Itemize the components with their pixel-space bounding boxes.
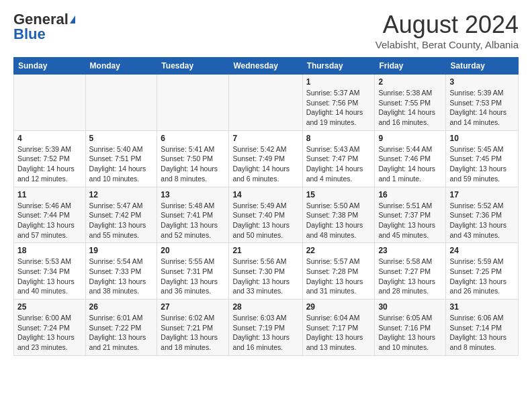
calendar-cell: 27Sunrise: 6:02 AM Sunset: 7:21 PM Dayli… bbox=[157, 300, 229, 356]
day-number: 10 bbox=[449, 134, 515, 143]
day-number: 14 bbox=[232, 190, 298, 199]
calendar-cell: 25Sunrise: 6:00 AM Sunset: 7:24 PM Dayli… bbox=[14, 300, 86, 356]
calendar-cell bbox=[14, 75, 86, 131]
calendar-cell: 3Sunrise: 5:39 AM Sunset: 7:53 PM Daylig… bbox=[446, 75, 519, 131]
calendar-cell: 19Sunrise: 5:54 AM Sunset: 7:33 PM Dayli… bbox=[85, 243, 157, 300]
calendar-cell: 21Sunrise: 5:56 AM Sunset: 7:30 PM Dayli… bbox=[229, 243, 302, 300]
day-info: Sunrise: 6:01 AM Sunset: 7:22 PM Dayligh… bbox=[89, 313, 154, 353]
day-number: 15 bbox=[306, 190, 371, 199]
day-number: 24 bbox=[449, 246, 515, 255]
day-number: 6 bbox=[161, 134, 225, 143]
calendar-cell: 12Sunrise: 5:47 AM Sunset: 7:42 PM Dayli… bbox=[85, 187, 157, 243]
day-number: 4 bbox=[17, 134, 82, 143]
day-info: Sunrise: 5:44 AM Sunset: 7:46 PM Dayligh… bbox=[378, 144, 442, 184]
day-number: 3 bbox=[449, 77, 515, 87]
day-info: Sunrise: 5:42 AM Sunset: 7:49 PM Dayligh… bbox=[232, 144, 298, 184]
logo: General Blue bbox=[13, 11, 75, 43]
day-number: 11 bbox=[17, 190, 82, 199]
calendar-cell: 23Sunrise: 5:58 AM Sunset: 7:27 PM Dayli… bbox=[375, 243, 446, 300]
day-number: 23 bbox=[378, 246, 442, 255]
calendar-cell bbox=[85, 75, 157, 131]
weekday-header-tuesday: Tuesday bbox=[157, 58, 229, 75]
day-number: 8 bbox=[306, 134, 371, 143]
logo-blue: Blue bbox=[13, 26, 46, 43]
day-info: Sunrise: 5:58 AM Sunset: 7:27 PM Dayligh… bbox=[378, 257, 442, 296]
calendar-cell: 30Sunrise: 6:05 AM Sunset: 7:16 PM Dayli… bbox=[375, 300, 446, 356]
day-info: Sunrise: 6:00 AM Sunset: 7:24 PM Dayligh… bbox=[17, 313, 82, 353]
page-header: General Blue August 2024 Velabisht, Bera… bbox=[13, 11, 519, 50]
day-number: 18 bbox=[17, 246, 82, 255]
day-info: Sunrise: 6:04 AM Sunset: 7:17 PM Dayligh… bbox=[306, 313, 371, 353]
day-info: Sunrise: 5:59 AM Sunset: 7:25 PM Dayligh… bbox=[449, 257, 515, 296]
calendar-cell: 6Sunrise: 5:41 AM Sunset: 7:50 PM Daylig… bbox=[157, 130, 229, 187]
day-number: 25 bbox=[17, 302, 82, 312]
calendar-cell bbox=[157, 75, 229, 131]
day-info: Sunrise: 5:40 AM Sunset: 7:51 PM Dayligh… bbox=[89, 144, 154, 184]
calendar-cell: 7Sunrise: 5:42 AM Sunset: 7:49 PM Daylig… bbox=[229, 130, 302, 187]
day-info: Sunrise: 5:51 AM Sunset: 7:37 PM Dayligh… bbox=[378, 201, 442, 240]
day-number: 12 bbox=[89, 190, 154, 199]
day-info: Sunrise: 6:03 AM Sunset: 7:19 PM Dayligh… bbox=[232, 313, 298, 353]
calendar-cell bbox=[229, 75, 302, 131]
calendar-cell: 31Sunrise: 6:06 AM Sunset: 7:14 PM Dayli… bbox=[446, 300, 519, 356]
day-info: Sunrise: 5:46 AM Sunset: 7:44 PM Dayligh… bbox=[17, 201, 82, 240]
location-subtitle: Velabisht, Berat County, Albania bbox=[375, 39, 519, 50]
calendar-table: SundayMondayTuesdayWednesdayThursdayFrid… bbox=[13, 57, 519, 356]
day-info: Sunrise: 5:53 AM Sunset: 7:34 PM Dayligh… bbox=[17, 257, 82, 296]
day-number: 20 bbox=[161, 246, 225, 255]
calendar-cell: 8Sunrise: 5:43 AM Sunset: 7:47 PM Daylig… bbox=[302, 130, 375, 187]
weekday-header-friday: Friday bbox=[375, 58, 446, 75]
day-number: 22 bbox=[306, 246, 371, 255]
calendar-cell: 14Sunrise: 5:49 AM Sunset: 7:40 PM Dayli… bbox=[229, 187, 302, 243]
day-info: Sunrise: 5:49 AM Sunset: 7:40 PM Dayligh… bbox=[232, 201, 298, 240]
day-number: 31 bbox=[449, 302, 515, 312]
day-info: Sunrise: 6:06 AM Sunset: 7:14 PM Dayligh… bbox=[449, 313, 515, 353]
calendar-cell: 9Sunrise: 5:44 AM Sunset: 7:46 PM Daylig… bbox=[375, 130, 446, 187]
day-info: Sunrise: 5:43 AM Sunset: 7:47 PM Dayligh… bbox=[306, 144, 371, 184]
day-info: Sunrise: 5:47 AM Sunset: 7:42 PM Dayligh… bbox=[89, 201, 154, 240]
weekday-header-saturday: Saturday bbox=[446, 58, 519, 75]
day-info: Sunrise: 5:38 AM Sunset: 7:55 PM Dayligh… bbox=[378, 88, 442, 128]
day-info: Sunrise: 5:55 AM Sunset: 7:31 PM Dayligh… bbox=[161, 257, 225, 296]
weekday-header-wednesday: Wednesday bbox=[229, 58, 302, 75]
day-info: Sunrise: 6:05 AM Sunset: 7:16 PM Dayligh… bbox=[378, 313, 442, 353]
day-number: 5 bbox=[89, 134, 154, 143]
calendar-cell: 16Sunrise: 5:51 AM Sunset: 7:37 PM Dayli… bbox=[375, 187, 446, 243]
calendar-cell: 24Sunrise: 5:59 AM Sunset: 7:25 PM Dayli… bbox=[446, 243, 519, 300]
day-info: Sunrise: 5:37 AM Sunset: 7:56 PM Dayligh… bbox=[306, 88, 371, 128]
day-number: 7 bbox=[232, 134, 298, 143]
day-info: Sunrise: 6:02 AM Sunset: 7:21 PM Dayligh… bbox=[161, 313, 225, 353]
weekday-header-sunday: Sunday bbox=[14, 58, 86, 75]
day-number: 1 bbox=[306, 77, 371, 87]
weekday-header-thursday: Thursday bbox=[302, 58, 375, 75]
day-number: 16 bbox=[378, 190, 442, 199]
calendar-cell: 13Sunrise: 5:48 AM Sunset: 7:41 PM Dayli… bbox=[157, 187, 229, 243]
calendar-cell: 22Sunrise: 5:57 AM Sunset: 7:28 PM Dayli… bbox=[302, 243, 375, 300]
month-title: August 2024 bbox=[375, 11, 519, 39]
day-number: 28 bbox=[232, 302, 298, 312]
day-info: Sunrise: 5:50 AM Sunset: 7:38 PM Dayligh… bbox=[306, 201, 371, 240]
day-number: 29 bbox=[306, 302, 371, 312]
calendar-cell: 2Sunrise: 5:38 AM Sunset: 7:55 PM Daylig… bbox=[375, 75, 446, 131]
calendar-cell: 15Sunrise: 5:50 AM Sunset: 7:38 PM Dayli… bbox=[302, 187, 375, 243]
day-info: Sunrise: 5:57 AM Sunset: 7:28 PM Dayligh… bbox=[306, 257, 371, 296]
day-info: Sunrise: 5:56 AM Sunset: 7:30 PM Dayligh… bbox=[232, 257, 298, 296]
logo-triangle-icon bbox=[70, 15, 75, 24]
calendar-cell: 10Sunrise: 5:45 AM Sunset: 7:45 PM Dayli… bbox=[446, 130, 519, 187]
calendar-cell: 4Sunrise: 5:39 AM Sunset: 7:52 PM Daylig… bbox=[14, 130, 86, 187]
day-number: 30 bbox=[378, 302, 442, 312]
title-area: August 2024 Velabisht, Berat County, Alb… bbox=[375, 11, 519, 50]
day-info: Sunrise: 5:54 AM Sunset: 7:33 PM Dayligh… bbox=[89, 257, 154, 296]
day-number: 19 bbox=[89, 246, 154, 255]
calendar-cell: 11Sunrise: 5:46 AM Sunset: 7:44 PM Dayli… bbox=[14, 187, 86, 243]
calendar-cell: 28Sunrise: 6:03 AM Sunset: 7:19 PM Dayli… bbox=[229, 300, 302, 356]
day-info: Sunrise: 5:39 AM Sunset: 7:53 PM Dayligh… bbox=[449, 88, 515, 128]
calendar-cell: 26Sunrise: 6:01 AM Sunset: 7:22 PM Dayli… bbox=[85, 300, 157, 356]
day-number: 13 bbox=[161, 190, 225, 199]
day-info: Sunrise: 5:41 AM Sunset: 7:50 PM Dayligh… bbox=[161, 144, 225, 184]
day-number: 9 bbox=[378, 134, 442, 143]
day-info: Sunrise: 5:52 AM Sunset: 7:36 PM Dayligh… bbox=[449, 201, 515, 240]
day-number: 21 bbox=[232, 246, 298, 255]
calendar-cell: 1Sunrise: 5:37 AM Sunset: 7:56 PM Daylig… bbox=[302, 75, 375, 131]
calendar-cell: 18Sunrise: 5:53 AM Sunset: 7:34 PM Dayli… bbox=[14, 243, 86, 300]
